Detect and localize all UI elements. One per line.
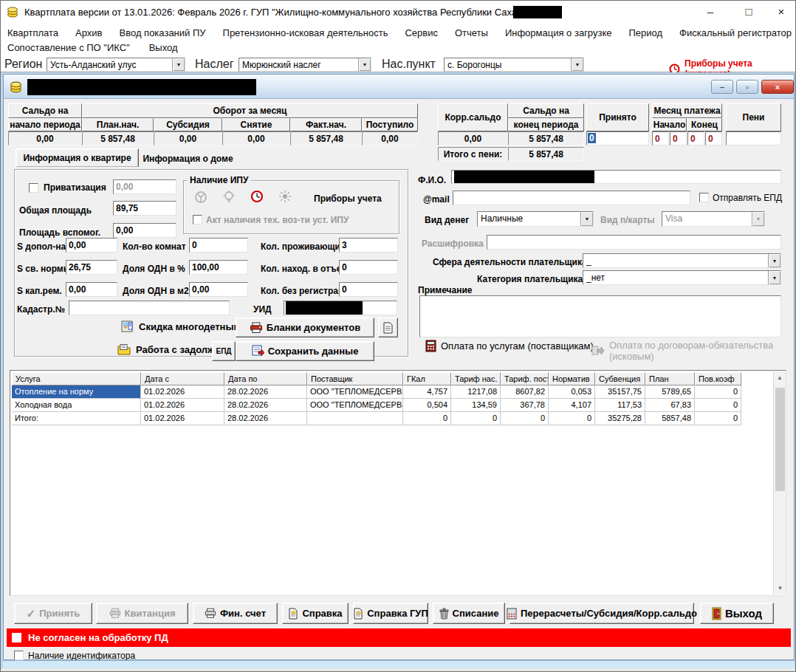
menu-vvod-pokazaniy[interactable]: Ввод показаний ПУ (120, 27, 206, 38)
receipt-label: Квитанция (125, 608, 176, 619)
pay-services-link[interactable]: Оплата по услугам (поставщикам) (425, 340, 594, 352)
residents-input[interactable]: 3 (339, 238, 398, 253)
scrollbar-thumb[interactable] (775, 388, 785, 491)
menu-kvartplata[interactable]: Квартплата (7, 27, 58, 38)
menu-sopostavlenie[interactable]: Сопоставление с ПО "ИКС" (7, 42, 130, 53)
month-start-1-input[interactable]: 0 (652, 131, 669, 145)
spravka-button[interactable]: Справка (282, 603, 349, 624)
epd-button[interactable]: ЕПД (212, 341, 236, 361)
document-blanks-button[interactable]: Бланки документов (236, 318, 374, 337)
table-row[interactable]: Итого:01.02.202628.02.2026000035275,2858… (12, 412, 786, 425)
identifier-checkbox[interactable] (14, 651, 24, 660)
column-header[interactable]: Пов.коэф (695, 372, 741, 385)
sphere-label: Сфера деятельности плательщика (433, 257, 587, 267)
exit-button[interactable]: Выход (700, 603, 774, 624)
peni-input[interactable] (726, 131, 781, 145)
sphere-select[interactable]: _ ▼ (583, 253, 781, 268)
away-input[interactable]: 0 (339, 260, 398, 275)
nasleg-select[interactable]: Мюрюнский наслег ▼ (239, 58, 371, 72)
tab-apartment-info[interactable]: Информация о квартире (16, 148, 139, 167)
naspunkt-select[interactable]: с. Борогонцы ▼ (444, 58, 584, 72)
column-header[interactable]: Норматив (549, 372, 595, 385)
s-kap-input[interactable]: 0,00 (66, 282, 117, 297)
chevron-down-icon[interactable]: ▼ (768, 254, 780, 267)
tab-house-info[interactable]: Информация о доме (139, 151, 237, 166)
column-header[interactable]: Тариф нас. (451, 372, 501, 385)
month-end-1-input[interactable]: 0 (687, 131, 704, 145)
accept-label: Принять (39, 608, 80, 619)
child-minimize-button[interactable]: – (711, 80, 733, 94)
document-button[interactable] (378, 318, 398, 337)
note-textarea[interactable] (419, 295, 781, 337)
total-area-input[interactable]: 89,75 (113, 201, 176, 216)
column-header[interactable]: План (645, 372, 695, 385)
fin-account-button[interactable]: Фин. счет (193, 603, 278, 624)
spisanie-label: Списание (453, 608, 499, 619)
menu-otchety[interactable]: Отчеты (455, 27, 488, 38)
chevron-down-icon[interactable]: ▼ (768, 271, 780, 284)
calculator-icon (425, 340, 436, 352)
prinyato-input[interactable]: 0 (586, 131, 649, 145)
child-restore-button[interactable]: ▫ (736, 80, 758, 94)
table-scrollbar[interactable]: ▲ ▼ (773, 371, 786, 594)
identifier-label: Наличие идентификатора (28, 651, 135, 661)
table-cell: 0 (403, 412, 451, 425)
odn-m2-input[interactable]: 0,00 (189, 282, 248, 297)
s-norm-input[interactable]: 26,75 (66, 260, 117, 275)
save-data-button[interactable]: Сохранить данные (236, 341, 374, 361)
naspunkt-value: с. Борогонцы (445, 58, 571, 71)
category-select[interactable]: _нет ▼ (583, 270, 781, 285)
maximize-button[interactable]: □ (733, 5, 764, 18)
category-label: Категория плательщика (477, 274, 583, 284)
menu-pretenzionno[interactable]: Претензионно-исковая деятельность (223, 27, 388, 38)
pd-consent-checkbox[interactable] (12, 633, 21, 642)
sphere-value: _ (583, 254, 768, 267)
kadastr-input[interactable] (69, 301, 230, 315)
scroll-down-arrow[interactable]: ▼ (774, 582, 786, 594)
spisanie-button[interactable]: Списание (433, 603, 505, 624)
privatization-checkbox[interactable] (29, 183, 38, 193)
window-bottom-frame (3, 660, 795, 668)
menu-servis[interactable]: Сервис (405, 27, 438, 38)
s-dop-input[interactable]: 0,00 (66, 238, 117, 253)
door-icon (712, 607, 721, 620)
pd-consent-bar: Не согласен на обработку ПД (7, 628, 791, 647)
column-header[interactable]: Дата по (224, 372, 307, 385)
column-header[interactable]: Субвенция (595, 372, 645, 385)
chevron-down-icon[interactable]: ▼ (580, 212, 593, 226)
unreg-input[interactable]: 0 (339, 282, 398, 297)
menu-vyhod[interactable]: Выход (149, 42, 178, 53)
mail-input[interactable] (453, 191, 690, 205)
column-header[interactable]: Услуга (12, 372, 141, 385)
column-header[interactable]: ГКал (403, 372, 451, 385)
spravka-gup-button[interactable]: Справка ГУП (353, 603, 428, 624)
nasleg-label: Наслег (195, 58, 234, 71)
odn-pct-input[interactable]: 100,00 (189, 260, 248, 275)
chevron-down-icon[interactable]: ▼ (358, 58, 371, 71)
rooms-input[interactable]: 0 (189, 238, 248, 253)
ipu-title: Наличие ИПУ (188, 175, 250, 185)
table-row[interactable]: Отопление на норму01.02.202628.02.2026ОО… (12, 385, 786, 399)
recalc-button[interactable]: Перерасчеты/Субсидия/Корр.сальдо (509, 603, 694, 624)
column-header[interactable]: Поставщик (307, 372, 403, 385)
column-header[interactable]: Тариф. пост (501, 372, 549, 385)
send-epd-checkbox[interactable] (699, 193, 709, 202)
table-row[interactable]: Холодная вода01.02.202628.02.2026ООО "ТЕ… (12, 399, 786, 412)
chevron-down-icon[interactable]: ▼ (172, 58, 185, 71)
child-close-button[interactable]: × (761, 80, 794, 94)
menu-fiskalny[interactable]: Фискальный регистратор (679, 27, 792, 38)
menu-arhiv[interactable]: Архив (75, 27, 102, 38)
scroll-up-arrow[interactable]: ▲ (774, 371, 786, 384)
aux-area-input[interactable]: 0,00 (113, 223, 176, 238)
menu-period[interactable]: Период (628, 27, 662, 38)
month-start-2-input[interactable]: 0 (670, 131, 687, 145)
month-end-2-input[interactable]: 0 (705, 131, 722, 145)
menu-info-zagruzka[interactable]: Информация о загрузке (505, 27, 612, 38)
chevron-down-icon[interactable]: ▼ (571, 58, 583, 71)
minimize-button[interactable]: – (695, 5, 726, 18)
close-button[interactable]: × (766, 5, 796, 18)
money-type-select[interactable]: Наличные ▼ (477, 211, 594, 227)
region-select[interactable]: Усть-Алданский улус ▼ (47, 58, 185, 72)
column-header[interactable]: Дата с (141, 372, 224, 385)
plan-nach-header: План.нач. (82, 118, 154, 131)
